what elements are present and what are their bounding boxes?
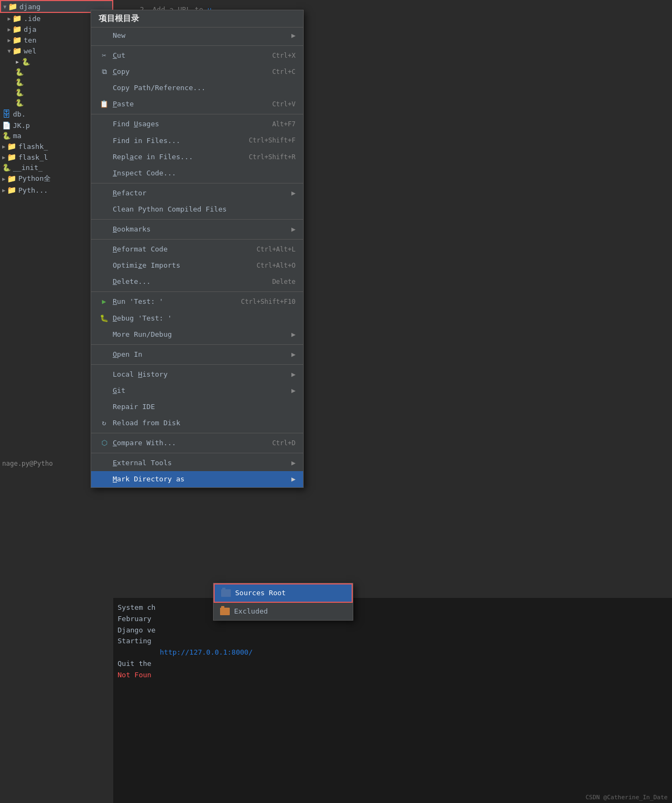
find-files-shortcut: Ctrl+Shift+F bbox=[249, 135, 296, 146]
new-label: New bbox=[113, 30, 125, 42]
optimize-shortcut: Ctrl+Alt+O bbox=[257, 260, 296, 271]
paste-shortcut: Ctrl+V bbox=[272, 99, 296, 110]
separator-7 bbox=[91, 344, 303, 345]
submenu-item-excluded[interactable]: Excluded bbox=[214, 603, 353, 620]
optimize-label: Optimize Imports bbox=[113, 260, 180, 271]
git-label: Git bbox=[113, 385, 125, 397]
menu-item-reformat[interactable]: Reformat Code Ctrl+Alt+L bbox=[91, 241, 303, 257]
menu-item-local-history[interactable]: Local History ▶ bbox=[91, 366, 303, 383]
python-all-label: Python全 bbox=[18, 174, 51, 183]
menu-item-copy-path[interactable]: Copy Path/Reference... bbox=[91, 80, 303, 96]
sources-root-icon bbox=[221, 589, 231, 597]
cut-icon: ✂ bbox=[99, 50, 109, 62]
sources-root-label: Sources Root bbox=[235, 587, 286, 599]
git-submenu-arrow: ▶ bbox=[291, 385, 296, 397]
run-icon: ▶ bbox=[99, 296, 109, 308]
menu-item-replace-files[interactable]: Replace in Files... Ctrl+Shift+R bbox=[91, 149, 303, 165]
menu-item-compare[interactable]: ⬡ Compare With... Ctrl+D bbox=[91, 435, 303, 451]
dja-label: dja bbox=[24, 25, 36, 33]
find-usages-label: Find Usages bbox=[113, 118, 159, 130]
tree-arrow-ten: ▶ bbox=[8, 37, 11, 43]
run-label: Run 'Test: ' bbox=[113, 296, 163, 308]
clean-python-label: Clean Python Compiled Files bbox=[113, 203, 227, 215]
folder-icon: 📁 bbox=[8, 2, 17, 11]
tree-arrow-python2: ▶ bbox=[2, 187, 5, 193]
cut-shortcut: Ctrl+X bbox=[272, 50, 296, 61]
paste-icon: 📋 bbox=[99, 98, 109, 110]
replace-files-shortcut: Ctrl+Shift+R bbox=[249, 152, 296, 162]
delete-label: Delete... bbox=[113, 276, 150, 288]
menu-item-mark-dir[interactable]: Mark Directory as ▶ bbox=[91, 471, 303, 487]
init-icon: 🐍 bbox=[2, 164, 11, 172]
menu-item-find-files[interactable]: Find in Files... Ctrl+Shift+F bbox=[91, 133, 303, 149]
ide-label: .ide bbox=[24, 15, 40, 23]
menu-item-copy[interactable]: ⧉ Copy Ctrl+C bbox=[91, 64, 303, 80]
reload-label: Reload from Disk bbox=[113, 417, 180, 429]
menu-item-refactor[interactable]: Refactor ▶ bbox=[91, 185, 303, 201]
copy-label: Copy bbox=[113, 66, 129, 78]
find-usages-shortcut: Alt+F7 bbox=[272, 119, 296, 130]
python-all-icon: 📁 bbox=[7, 174, 16, 183]
flask-icon: 📁 bbox=[7, 153, 16, 161]
menu-item-new[interactable]: New ▶ bbox=[91, 28, 303, 44]
menu-item-git[interactable]: Git ▶ bbox=[91, 383, 303, 399]
ten-folder-icon: 📁 bbox=[12, 36, 22, 44]
menu-item-delete[interactable]: Delete... Delete bbox=[91, 274, 303, 290]
py-icon-2: 🐍 bbox=[15, 68, 24, 76]
terminal-line-2: February bbox=[118, 614, 668, 625]
run-shortcut: Ctrl+Shift+F10 bbox=[241, 296, 296, 307]
local-history-submenu-arrow: ▶ bbox=[291, 369, 296, 380]
flask-label: flask_l bbox=[18, 153, 48, 161]
reformat-shortcut: Ctrl+Alt+L bbox=[257, 244, 296, 255]
separator-5 bbox=[91, 239, 303, 240]
copy-shortcut: Ctrl+C bbox=[272, 66, 296, 77]
separator-2 bbox=[91, 114, 303, 114]
python2-label: Pyth... bbox=[18, 186, 48, 194]
separator-3 bbox=[91, 183, 303, 183]
watermark: CSDN @Catherine_In_Date bbox=[586, 794, 668, 801]
tree-arrow-flask: ▶ bbox=[2, 154, 5, 160]
py-icon-1: 🐍 bbox=[22, 58, 30, 66]
terminal-line-6: Quit the bbox=[118, 658, 668, 670]
menu-item-repair-ide[interactable]: Repair IDE bbox=[91, 399, 303, 415]
delete-shortcut: Delete bbox=[272, 276, 296, 287]
bookmarks-label: Bookmarks bbox=[113, 223, 150, 235]
menu-item-bookmarks[interactable]: Bookmarks ▶ bbox=[91, 221, 303, 237]
submenu-item-sources-root[interactable]: Sources Root bbox=[214, 583, 353, 603]
menu-item-find-usages[interactable]: Find Usages Alt+F7 bbox=[91, 116, 303, 132]
project-root-label: djang bbox=[19, 3, 40, 11]
menu-item-debug[interactable]: 🐛 Debug 'Test: ' bbox=[91, 310, 303, 326]
menu-item-run[interactable]: ▶ Run 'Test: ' Ctrl+Shift+F10 bbox=[91, 294, 303, 310]
menu-item-clean-python[interactable]: Clean Python Compiled Files bbox=[91, 201, 303, 217]
mark-dir-label: Mark Directory as bbox=[113, 473, 184, 485]
wel-folder-icon: 📁 bbox=[12, 46, 22, 55]
tree-arrow-wel: ▼ bbox=[8, 48, 11, 54]
compare-label: Compare With... bbox=[113, 437, 176, 449]
menu-item-more-run[interactable]: More Run/Debug ▶ bbox=[91, 326, 303, 343]
menu-item-inspect[interactable]: Inspect Code... bbox=[91, 165, 303, 181]
copy-icon: ⧉ bbox=[99, 66, 109, 78]
compare-shortcut: Ctrl+D bbox=[272, 438, 296, 448]
tree-arrow: ▼ bbox=[3, 4, 6, 10]
submenu-mark-dir: Sources Root Excluded bbox=[213, 583, 353, 621]
menu-item-optimize[interactable]: Optimize Imports Ctrl+Alt+O bbox=[91, 257, 303, 274]
refactor-label: Refactor bbox=[113, 187, 147, 199]
replace-files-label: Replace in Files... bbox=[113, 151, 193, 163]
ide-folder-icon: 📁 bbox=[12, 14, 22, 23]
tree-arrow-dja: ▶ bbox=[8, 26, 11, 32]
python2-icon: 📁 bbox=[7, 186, 16, 194]
tree-arrow-python-all: ▶ bbox=[2, 176, 5, 182]
menu-header: 项目根目录 bbox=[91, 10, 303, 28]
menu-item-open-in[interactable]: Open In ▶ bbox=[91, 346, 303, 363]
menu-item-reload[interactable]: ↻ Reload from Disk bbox=[91, 415, 303, 431]
repair-ide-label: Repair IDE bbox=[113, 401, 155, 413]
ma-label: ma bbox=[13, 132, 22, 140]
separator-8 bbox=[91, 364, 303, 365]
menu-item-external-tools[interactable]: External Tools ▶ bbox=[91, 455, 303, 471]
find-files-label: Find in Files... bbox=[113, 135, 180, 147]
more-run-label: More Run/Debug bbox=[113, 329, 172, 341]
menu-item-paste[interactable]: 📋 Paste Ctrl+V bbox=[91, 96, 303, 112]
external-tools-submenu-arrow: ▶ bbox=[291, 457, 296, 469]
wel-label: wel bbox=[24, 47, 36, 55]
menu-item-cut[interactable]: ✂ Cut Ctrl+X bbox=[91, 47, 303, 64]
